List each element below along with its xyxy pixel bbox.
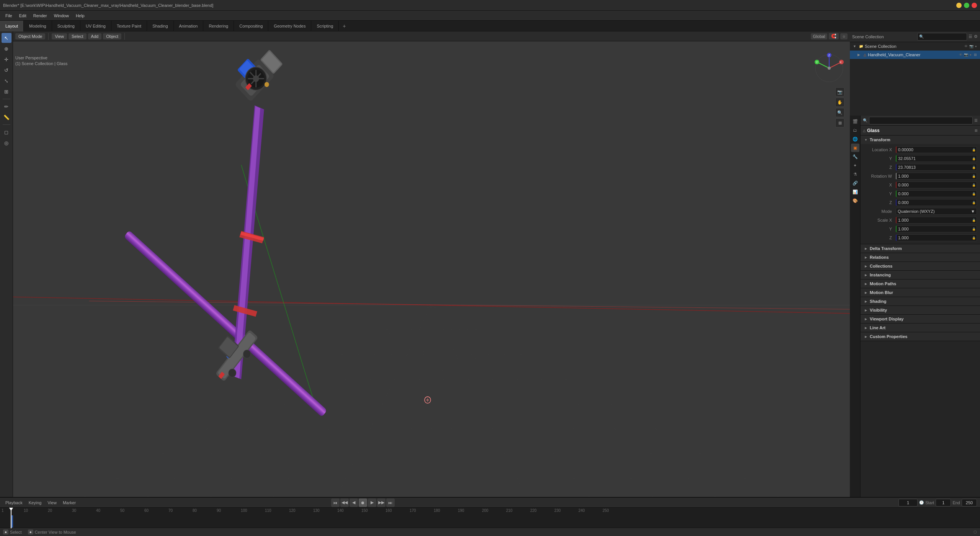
outliner-settings-icon[interactable]: ⚙ [974, 34, 978, 39]
jump-start-button[interactable]: ⏮ [331, 498, 340, 507]
relations-header[interactable]: ▶ Relations [861, 253, 980, 261]
object-name-label[interactable]: Glass [867, 128, 880, 133]
timeline-menu-marker[interactable]: Marker [60, 500, 78, 506]
location-x-field[interactable]: 0.00000 🔒 [896, 146, 977, 153]
tab-shading[interactable]: Shading [147, 21, 173, 31]
properties-filter-button[interactable]: ☰ [974, 118, 978, 123]
start-frame-field[interactable]: 1 [936, 499, 951, 507]
props-tab-constraints[interactable]: 🔗 [851, 179, 859, 187]
zoom-button[interactable]: 🔍 [835, 108, 844, 117]
transform-section-header[interactable]: ▼ Transform [861, 136, 980, 144]
outliner-render-scene[interactable]: ● [975, 44, 977, 48]
rotation-x-field[interactable]: 0.000 🔒 [896, 181, 977, 188]
menu-window[interactable]: Window [51, 13, 72, 19]
tab-texture-paint[interactable]: Texture Paint [111, 21, 147, 31]
cursor-tool-button[interactable]: ⊕ [2, 44, 11, 54]
maximize-button[interactable] [964, 3, 969, 8]
properties-search-input[interactable] [869, 117, 973, 124]
menu-help[interactable]: Help [73, 13, 88, 19]
timeline-menu-view[interactable]: View [45, 500, 59, 506]
outliner-eye-vacuum[interactable]: 👁 [959, 53, 962, 57]
minimize-button[interactable] [956, 3, 962, 8]
camera-view-button[interactable]: 📷 [835, 87, 844, 96]
transform-global-label[interactable]: Global [811, 33, 828, 39]
props-tab-object[interactable]: ▣ [851, 144, 859, 152]
location-y-field[interactable]: 32.05571 🔒 [896, 155, 977, 162]
rotation-w-field[interactable]: 1.000 🔒 [896, 173, 977, 180]
viewport-canvas[interactable]: User Perspective (1) Scene Collection | … [13, 41, 850, 536]
rotation-y-field[interactable]: 0.000 🔒 [896, 190, 977, 197]
prev-keyframe-button[interactable]: ◀◀ [340, 498, 349, 507]
current-frame-field[interactable]: 1 [898, 499, 918, 507]
scale-y-field[interactable]: 1.000 🔒 [896, 226, 977, 232]
tab-add-button[interactable]: + [339, 21, 350, 31]
object-tool-button[interactable]: ◻ [2, 127, 11, 137]
props-tab-world[interactable]: 🌐 [851, 135, 859, 143]
tab-uv-editing[interactable]: UV Editing [80, 21, 111, 31]
custom-props-header[interactable]: ▶ Custom Properties [861, 332, 980, 341]
outliner-content[interactable]: ▼ 📁 Scene Collection 👁 📷 ● ▶ △ Handheld_… [850, 42, 980, 116]
rotate-tool-button[interactable]: ↺ [2, 65, 11, 75]
visibility-header[interactable]: ▶ Visibility [861, 306, 980, 314]
tab-layout[interactable]: Layout [0, 21, 24, 31]
next-frame-button[interactable]: ▶ [368, 498, 376, 507]
outliner-item-scene-collection[interactable]: ▼ 📁 Scene Collection 👁 📷 ● [850, 42, 980, 51]
origin-tool-button[interactable]: ◎ [2, 138, 11, 148]
menu-edit[interactable]: Edit [16, 13, 29, 19]
tab-modeling[interactable]: Modeling [24, 21, 52, 31]
viewport-object-button[interactable]: Object [103, 33, 121, 39]
outliner-search-input[interactable] [925, 34, 965, 39]
next-keyframe-button[interactable]: ▶▶ [377, 498, 385, 507]
select-tool-button[interactable]: ↖ [2, 33, 11, 43]
viewport-select-button[interactable]: Select [69, 33, 87, 39]
timeline-playhead[interactable] [11, 508, 11, 528]
move-tool-button[interactable]: ✛ [2, 54, 11, 64]
measure-tool-button[interactable]: 📏 [2, 112, 11, 122]
motion-paths-header[interactable]: ▶ Motion Paths [861, 279, 980, 288]
delta-transform-header[interactable]: ▶ Delta Transform [861, 244, 980, 253]
timeline-ruler[interactable]: 1 10 20 30 40 50 60 70 80 90 100 110 120… [0, 508, 980, 528]
snap-icon[interactable]: 🧲 [829, 33, 839, 39]
tab-scripting[interactable]: Scripting [311, 21, 339, 31]
tab-animation[interactable]: Animation [174, 21, 204, 31]
end-frame-field[interactable]: 250 [962, 499, 977, 507]
viewport-display-header[interactable]: ▶ Viewport Display [861, 315, 980, 323]
outliner-cam-scene[interactable]: 📷 [969, 44, 973, 48]
props-tab-scene[interactable]: 🎬 [851, 117, 859, 126]
collections-header[interactable]: ▶ Collections [861, 262, 980, 270]
viewport-add-button[interactable]: Add [88, 33, 102, 39]
annotate-tool-button[interactable]: ✏ [2, 101, 11, 111]
props-tab-particles[interactable]: ✦ [851, 161, 859, 170]
scale-z-field[interactable]: 1.000 🔒 [896, 234, 977, 241]
line-art-header[interactable]: ▶ Line Art [861, 324, 980, 332]
transform-tool-button[interactable]: ⊞ [2, 87, 11, 96]
tab-compositing[interactable]: Compositing [234, 21, 268, 31]
menu-file[interactable]: File [2, 13, 15, 19]
jump-end-button[interactable]: ⏭ [386, 498, 395, 507]
scale-tool-button[interactable]: ⤡ [2, 76, 11, 86]
props-tab-physics[interactable]: ⚗ [851, 170, 859, 178]
viewport-view-button[interactable]: View [52, 33, 67, 39]
play-pause-button[interactable]: ⏺ [359, 498, 367, 507]
navigation-gizmo[interactable]: X Y Z [814, 53, 844, 83]
toggle-view-button[interactable]: ⊞ [835, 118, 844, 127]
menu-render[interactable]: Render [30, 13, 50, 19]
props-tab-renderlayer[interactable]: 🗂 [851, 126, 859, 134]
timeline-menu-keying[interactable]: Keying [26, 500, 44, 506]
outliner-item-vacuum[interactable]: ▶ △ Handheld_Vacuum_Cleaner 👁 📷 ● ⊞ [850, 51, 980, 59]
shading-header[interactable]: ▶ Shading [861, 297, 980, 306]
props-tab-modifiers[interactable]: 🔧 [851, 152, 859, 161]
outliner-search-bar[interactable]: 🔍 [917, 33, 967, 41]
hand-tool-button[interactable]: ✋ [835, 98, 844, 107]
prev-frame-button[interactable]: ◀ [350, 498, 358, 507]
viewport-mode-button[interactable]: Object Mode [15, 33, 45, 39]
rotation-z-field[interactable]: 0.000 🔒 [896, 199, 977, 206]
outliner-filter-icon[interactable]: ☰ [969, 34, 972, 39]
instancing-header[interactable]: ▶ Instancing [861, 271, 980, 279]
outliner-eye-scene[interactable]: 👁 [964, 44, 968, 48]
tab-geometry-nodes[interactable]: Geometry Nodes [268, 21, 311, 31]
close-button[interactable] [972, 3, 977, 8]
props-tab-data[interactable]: 📊 [851, 188, 859, 196]
viewport[interactable]: Object Mode View Select Add Object Globa… [13, 31, 850, 536]
props-tab-material[interactable]: 🎨 [851, 196, 859, 205]
